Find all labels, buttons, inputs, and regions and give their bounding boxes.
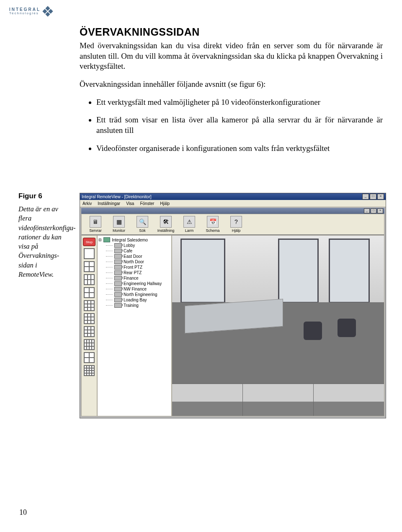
video-area [172, 235, 384, 416]
tree-item[interactable]: Rear PTZ [106, 270, 170, 275]
tree-root[interactable]: Integral Salesdemo [98, 237, 170, 242]
minimize-icon[interactable]: _ [362, 194, 369, 200]
mdi-child-titlebar: _ □ × [81, 208, 384, 214]
camera-icon [114, 292, 122, 297]
camera-icon [114, 281, 122, 286]
layout-9[interactable] [84, 300, 95, 311]
bullet-2: Ett träd som visar en lista över alla ka… [96, 115, 383, 135]
tree-item[interactable]: Front PTZ [106, 265, 170, 270]
menu-arkiv[interactable]: Arkiv [82, 201, 92, 206]
video-thumb-1[interactable] [172, 384, 242, 416]
toolbar-larm[interactable]: ⚠Larm [180, 216, 199, 233]
toolbar-installning[interactable]: 🛠Inställning [156, 216, 175, 233]
camera-icon [114, 287, 122, 291]
layout-1-3[interactable] [84, 352, 95, 363]
camera-icon [114, 276, 122, 280]
intro-paragraph-1: Med övervakningssidan kan du visa direkt… [80, 41, 383, 72]
layout-4[interactable] [84, 261, 95, 272]
child-close-icon[interactable]: × [377, 208, 383, 213]
layout-4b[interactable] [84, 287, 95, 298]
logo-line2: Technologies [9, 12, 41, 15]
toolbar-hjalp[interactable]: ?Hjälp [227, 216, 246, 233]
page-number: 10 [19, 508, 27, 517]
toolbar-schema[interactable]: 📅Schema [203, 216, 222, 233]
tree-item[interactable]: Loading Bay [106, 298, 170, 302]
menubar: Arkiv Inställningar Visa Fönster Hjälp [80, 200, 386, 207]
toolbar-sok[interactable]: 🔍Sök [133, 216, 152, 233]
stop-button[interactable]: Stop [83, 238, 95, 246]
layout-8[interactable] [84, 313, 95, 324]
video-main-tile[interactable] [172, 236, 384, 384]
search-icon: 🔍 [137, 216, 148, 228]
figure-label: Figur 6 [18, 192, 72, 200]
feature-bullets: Ett verktygsfält med valmöjligheter på 1… [96, 97, 383, 154]
camera-icon [114, 303, 122, 308]
menu-fonster[interactable]: Fönster [140, 201, 154, 206]
figure-caption: Detta är en av flera videofönsterkonfigu… [18, 205, 72, 279]
close-icon[interactable]: × [377, 194, 384, 200]
tree-item[interactable]: NW Finance [106, 287, 170, 291]
camera-icon [114, 254, 122, 259]
tree-item[interactable]: Lobby [106, 243, 170, 248]
camera-icon [114, 298, 122, 302]
video-thumb-3[interactable] [313, 384, 384, 416]
menu-hjalp[interactable]: Hjälp [160, 201, 170, 206]
layout-1[interactable] [84, 248, 95, 259]
layout-6[interactable] [84, 274, 95, 285]
intro-paragraph-2: Övervakningssidan innehåller följande av… [80, 79, 383, 90]
brand-logo: INTEGRAL Technologies [9, 4, 55, 18]
camera-icon [114, 243, 122, 248]
schedule-icon: 📅 [207, 216, 219, 228]
help-icon: ? [230, 216, 242, 228]
server-node-icon [103, 237, 110, 242]
video-thumbnail-row [172, 384, 384, 416]
toolbar-monitor[interactable]: ▦Monitor [109, 216, 129, 233]
camera-icon [114, 260, 122, 264]
server-icon: 🖥 [90, 216, 101, 228]
tree-item[interactable]: Engineering Hallway [106, 281, 170, 286]
figure-screenshot: Integral RemoteView - [Direktmonitor] _ … [80, 193, 386, 418]
section-heading: ÖVERVAKNINGSSIDAN [80, 26, 383, 38]
logo-diamond-icon [43, 7, 52, 16]
tree-item[interactable]: Finance [106, 276, 170, 280]
tree-item[interactable]: Cafe [106, 249, 170, 253]
camera-icon [114, 265, 122, 270]
camera-icon [114, 249, 122, 253]
monitor-icon: ▦ [113, 216, 125, 228]
layout-9b[interactable] [84, 326, 95, 337]
window-title: Integral RemoteView - [Direktmonitor] [82, 195, 152, 199]
settings-icon: 🛠 [160, 216, 172, 228]
tree-item[interactable]: North Door [106, 260, 170, 264]
tree-item[interactable]: Training [106, 303, 170, 308]
layout-palette: Stop [81, 235, 97, 416]
tree-item[interactable]: East Door [106, 254, 170, 259]
camera-icon [114, 270, 122, 275]
camera-tree[interactable]: Integral Salesdemo Lobby Cafe East Door … [97, 235, 172, 416]
maximize-icon[interactable]: □ [370, 194, 376, 200]
window-titlebar: Integral RemoteView - [Direktmonitor] _ … [80, 193, 386, 200]
menu-visa[interactable]: Visa [126, 201, 134, 206]
main-toolbar: 🖥Servrar ▦Monitor 🔍Sök 🛠Inställning ⚠Lar… [81, 214, 384, 235]
bullet-1: Ett verktygsfält med valmöjligheter på 1… [96, 97, 383, 108]
child-maximize-icon[interactable]: □ [371, 208, 376, 213]
menu-installningar[interactable]: Inställningar [98, 201, 120, 206]
toolbar-servrar[interactable]: 🖥Servrar [86, 216, 105, 233]
bullet-3: Videofönster organiserade i konfiguratio… [96, 143, 383, 154]
layout-12[interactable] [84, 339, 95, 350]
tree-item[interactable]: North Engineering [106, 292, 170, 297]
child-minimize-icon[interactable]: _ [364, 208, 370, 213]
layout-16[interactable] [84, 365, 95, 376]
video-thumb-2[interactable] [242, 384, 313, 416]
alarm-icon: ⚠ [183, 216, 195, 228]
